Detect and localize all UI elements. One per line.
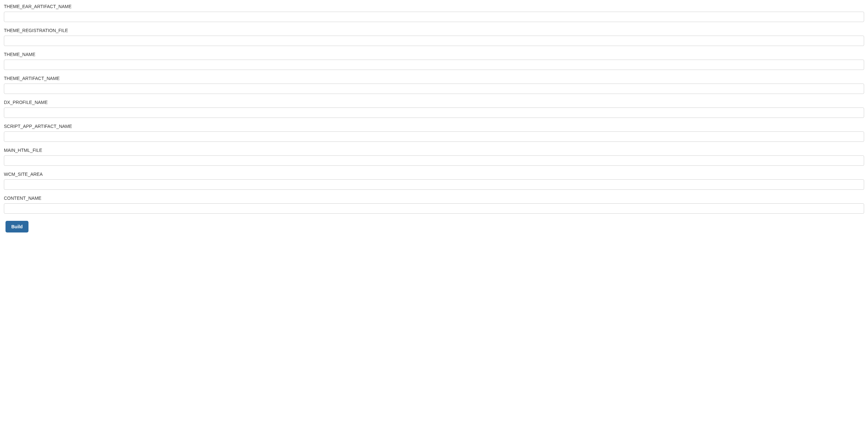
label-main-html-file: MAIN_HTML_FILE: [4, 148, 864, 153]
label-theme-name: THEME_NAME: [4, 52, 864, 57]
field-group-script-app-artifact-name: SCRIPT_APP_ARTIFACT_NAME: [4, 124, 864, 142]
field-group-main-html-file: MAIN_HTML_FILE: [4, 148, 864, 166]
input-main-html-file[interactable]: [4, 155, 864, 166]
field-group-wcm-site-area: WCM_SITE_AREA: [4, 172, 864, 190]
input-dx-profile-name[interactable]: [4, 108, 864, 118]
input-wcm-site-area[interactable]: [4, 179, 864, 190]
field-group-theme-name: THEME_NAME: [4, 52, 864, 70]
build-form: THEME_EAR_ARTIFACT_NAME THEME_REGISTRATI…: [4, 4, 864, 233]
label-dx-profile-name: DX_PROFILE_NAME: [4, 100, 864, 105]
input-theme-registration-file[interactable]: [4, 36, 864, 46]
input-script-app-artifact-name[interactable]: [4, 131, 864, 142]
input-theme-artifact-name[interactable]: [4, 84, 864, 94]
field-group-theme-ear-artifact-name: THEME_EAR_ARTIFACT_NAME: [4, 4, 864, 22]
input-theme-ear-artifact-name[interactable]: [4, 12, 864, 22]
field-group-content-name: CONTENT_NAME: [4, 195, 864, 214]
build-button[interactable]: Build: [5, 221, 29, 233]
label-script-app-artifact-name: SCRIPT_APP_ARTIFACT_NAME: [4, 124, 864, 129]
field-group-theme-artifact-name: THEME_ARTIFACT_NAME: [4, 76, 864, 94]
field-group-theme-registration-file: THEME_REGISTRATION_FILE: [4, 28, 864, 46]
label-theme-artifact-name: THEME_ARTIFACT_NAME: [4, 76, 864, 81]
label-theme-registration-file: THEME_REGISTRATION_FILE: [4, 28, 864, 33]
label-theme-ear-artifact-name: THEME_EAR_ARTIFACT_NAME: [4, 4, 864, 9]
input-content-name[interactable]: [4, 203, 864, 214]
input-theme-name[interactable]: [4, 60, 864, 70]
label-content-name: CONTENT_NAME: [4, 195, 864, 201]
field-group-dx-profile-name: DX_PROFILE_NAME: [4, 100, 864, 118]
label-wcm-site-area: WCM_SITE_AREA: [4, 172, 864, 177]
